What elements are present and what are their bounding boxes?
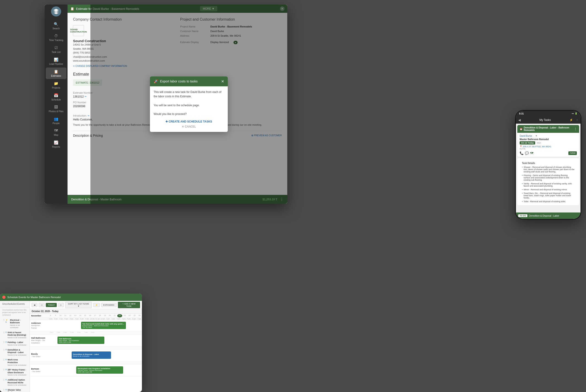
mobile-time: 8:31 xyxy=(519,112,524,115)
sort-button[interactable]: SORT BY LAST NAME ▼ xyxy=(65,302,92,308)
time-4pm: 4 pm xyxy=(121,318,126,320)
date-12: 12 xyxy=(68,314,73,317)
calendar-header: October 22, 2020 - Today xyxy=(30,309,142,314)
time-12pm: 12 pm xyxy=(100,318,105,320)
bullet-icon: • xyxy=(522,174,523,176)
nav-prev-button[interactable]: ◀ xyxy=(31,303,37,307)
date-10: 10 xyxy=(58,314,63,317)
today-button[interactable]: TODAY xyxy=(46,303,57,307)
time-labels-row: 2 am 3 am 4 am 5 am 6 am 7 am 8 am 9 am … xyxy=(30,318,142,320)
task-electrical[interactable]: ⣿ ⚡ T Electrical -BathroomNeeds to be sc… xyxy=(0,318,29,330)
nav-next-button[interactable]: ▷ xyxy=(58,303,64,307)
sidebar-item-map[interactable]: 🗺 Map xyxy=(46,127,66,138)
sidebar-item-task-list[interactable]: ☑ Task List xyxy=(46,44,66,55)
lead-pipeline-icon: 📊 xyxy=(54,58,58,62)
time-2pm: 2 pm xyxy=(110,318,116,320)
tablet-body: Unscheduled Events Unscheduled events fr… xyxy=(0,301,142,392)
sidebar: 🔍 Search ⏱ Time Tracking ☑ Task List 📊 L… xyxy=(45,4,67,204)
schedule-row-anderson: Anderson Handyman, Painter Tub Surround … xyxy=(30,320,142,332)
event-demolition-disposal[interactable]: Demolition & Disposal - Labor Needs to b… xyxy=(72,352,111,359)
task-sink-faucet[interactable]: ⣿ T Sink & Faucet Hook-Up (Existing)Need… xyxy=(0,330,29,340)
mobile-nav-icon[interactable]: 🗺 xyxy=(530,151,533,155)
mobile-task-more-icon[interactable]: ⋮ xyxy=(574,127,577,130)
date-14: 14 xyxy=(78,314,83,317)
mobile-message-icon[interactable]: 💬 xyxy=(525,151,529,155)
task-painting[interactable]: ⣿ T Painting - LaborNeeds to be schedule… xyxy=(0,340,29,347)
event-backsplash[interactable]: Backsplash and Fireplace Installation Ca… xyxy=(76,366,123,374)
tablet-task-sidebar: Unscheduled Events Unscheduled events fr… xyxy=(0,301,30,392)
add-task-button[interactable]: + ADD A NEW TASK xyxy=(118,302,140,308)
tablet-close-button[interactable] xyxy=(2,296,5,299)
edit-estimate-num-icon[interactable]: ✏ xyxy=(85,95,86,98)
bullet-icon: • xyxy=(522,188,523,191)
mobile-add-icon[interactable]: + xyxy=(576,118,578,122)
bullet-icon: • xyxy=(522,182,523,185)
event-hall-bathroom[interactable]: Hall Bathroom Alan Wright - Tile Install… xyxy=(57,336,104,344)
mobile-detail-mirror: • Mirror - Removal and disposal of exist… xyxy=(520,188,577,192)
sidebar-item-time-tracking[interactable]: ⏱ Time Tracking xyxy=(46,32,66,43)
event-tub-surround[interactable]: Tub Surround Install (Call Julie with an… xyxy=(81,322,126,329)
filter-button[interactable]: ⚡ xyxy=(93,303,100,307)
mobile-date-badge: Oct 22 Today xyxy=(520,141,535,144)
date-21: 21 xyxy=(112,314,117,317)
person-hall: Hall Bathroom Alan Wright - Tile Install… xyxy=(30,336,48,345)
mobile-status-badge: Active xyxy=(568,151,577,155)
create-schedule-tasks-button[interactable]: ✚ CREATE AND SCHEDULE TASKS xyxy=(165,120,212,123)
drag-icon: ⣿ xyxy=(3,331,4,334)
mobile-phone-icon[interactable]: 📞 xyxy=(520,151,524,155)
sidebar-item-projects[interactable]: 📁 Projects xyxy=(46,80,66,91)
mobile-task-body: David Burke · ⚑ Master Bathroom Remodel … xyxy=(517,133,579,157)
mobile-task-address[interactable]: 📍 209 A ST SEATTLE, WA 98241 xyxy=(520,146,577,148)
task-heavy-frame[interactable]: ⣿ T 3/8" Heavy Frame - Glass EnclosureNe… xyxy=(0,368,29,378)
mobile-date-row: Oct 22 Today Mon xyxy=(520,141,577,144)
date-9: 9 xyxy=(53,314,58,317)
nav-prev2-button[interactable]: ◁ xyxy=(39,303,44,307)
drag-icon: ⣿ xyxy=(3,341,4,344)
modal-body: This will create a new task for David Bu… xyxy=(150,86,228,132)
drag-icon: ⣿ xyxy=(3,358,4,361)
mobile-filter-icon[interactable]: ⚡ xyxy=(570,118,573,122)
drag-icon: ⣿ xyxy=(3,379,4,381)
task-shower-valve[interactable]: ⣿ T Shower Valve ReplacementNeeds to be … xyxy=(0,388,29,392)
edit-intro-icon[interactable]: ✏ xyxy=(88,114,89,117)
expanded-button[interactable]: EXPANDED xyxy=(101,303,116,307)
time-row-3 xyxy=(30,346,142,350)
sidebar-label-map: Map xyxy=(54,134,58,136)
main-content: 📋 Estimate for David Burke - Basement Re… xyxy=(67,4,287,204)
sidebar-label-time-tracking: Time Tracking xyxy=(49,39,63,42)
app-logo[interactable] xyxy=(51,6,61,16)
modal-title: Export labor costs to tasks xyxy=(160,80,198,83)
task-additional-option[interactable]: ⣿ T Additional Option Recessed NicheNeed… xyxy=(0,378,29,388)
sidebar-item-schedule[interactable]: 📅 Schedule xyxy=(46,91,66,103)
mobile-status-bar: 8:31 ▪▪▪ 🔋 xyxy=(516,111,581,116)
unscheduled-header: Unscheduled Events xyxy=(0,301,29,307)
mobile-action-icons-row: 📞 💬 🗺 Active xyxy=(520,151,577,155)
sidebar-item-photos[interactable]: 🖼 Photos & Files xyxy=(46,103,66,114)
projects-icon: 📁 xyxy=(54,81,58,86)
schedule-row-bertram: Bertram - Tile Setter Backsplash and Fir… xyxy=(30,364,142,376)
date-11: 11 xyxy=(63,314,68,317)
schedule-icon: 📅 xyxy=(54,93,58,98)
sidebar-item-people[interactable]: 👥 People xyxy=(46,115,66,126)
date-16: 16 xyxy=(88,314,93,317)
time-row-2: 2 am 3 am 4 am 5 am 6 am 7 am 8 am xyxy=(30,332,142,335)
sidebar-label-photos: Photos & Files xyxy=(49,110,63,113)
sidebar-item-search[interactable]: 🔍 Search xyxy=(46,20,66,32)
schedule-row-beesly: Beesly - Tile Setter Demolition & Dispos… xyxy=(30,350,142,361)
sidebar-item-estimates[interactable]: 📋 Estimates xyxy=(46,68,66,79)
sidebar-item-reports[interactable]: 📈 Reports xyxy=(46,138,66,150)
tablet-main-schedule: ◀ ◁ TODAY ▷ SORT BY LAST NAME ▼ ⚡ EXPAND… xyxy=(30,301,142,392)
sidebar-item-lead-pipeline[interactable]: 📊 Lead Pipeline xyxy=(46,56,66,67)
mobile-window: 8:31 ▪▪▪ 🔋 ◀ My Tasks ⚡ + ⏰ Demolition &… xyxy=(515,110,582,220)
time-7pm: 7 pm xyxy=(137,318,142,320)
mobile-back-button[interactable]: ◀ xyxy=(518,118,521,122)
modal-close-button[interactable]: ✕ xyxy=(221,79,224,84)
date-25: 25 xyxy=(132,314,137,317)
task-work-area[interactable]: ⣿ T Work Area ProtectionNeeds to be sche… xyxy=(0,358,29,368)
time-5pm: 5 pm xyxy=(126,318,132,320)
drag-icon: ⣿ xyxy=(3,349,4,351)
time-row-4 xyxy=(30,361,142,364)
cancel-button[interactable]: ✕ CANCEL xyxy=(182,125,196,128)
task-demolition[interactable]: ⣿ T Demolition & Disposal - LaborNeeds t… xyxy=(0,348,29,358)
current-date-label: October 22, 2020 - Today xyxy=(31,310,58,312)
